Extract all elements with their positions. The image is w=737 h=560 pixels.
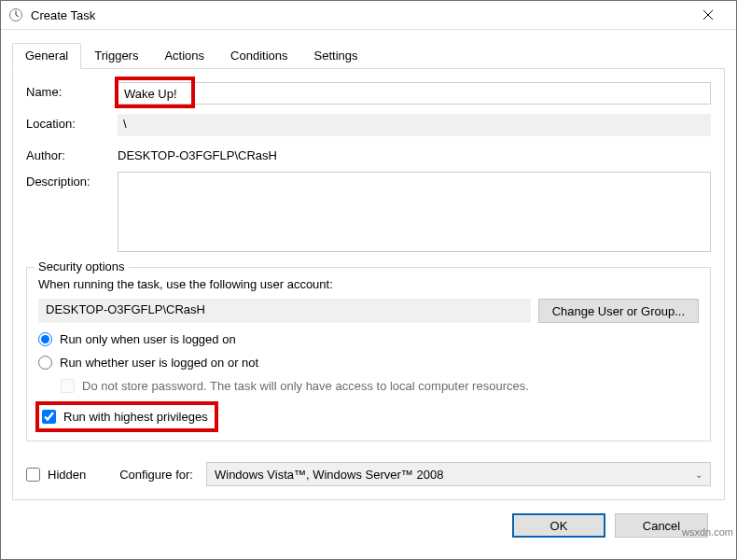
- task-scheduler-icon: [8, 7, 23, 22]
- name-input[interactable]: [118, 82, 711, 105]
- radio-run-logged-on[interactable]: Run only when user is logged on: [38, 332, 699, 346]
- tabstrip: General Triggers Actions Conditions Sett…: [12, 43, 725, 69]
- name-label: Name:: [26, 82, 110, 99]
- description-input[interactable]: [118, 172, 711, 252]
- checkbox-hidden[interactable]: Hidden: [26, 468, 86, 482]
- change-user-button[interactable]: Change User or Group...: [538, 299, 699, 323]
- radio-run-whether-label: Run whether user is logged on or not: [60, 356, 258, 370]
- radio-run-whether[interactable]: Run whether user is logged on or not: [38, 356, 699, 370]
- checkbox-no-store-password: Do not store password. The task will onl…: [61, 379, 699, 393]
- radio-run-logged-on-input[interactable]: [38, 332, 52, 346]
- security-options-group: Security options When running the task, …: [26, 267, 711, 441]
- close-button[interactable]: [688, 1, 729, 29]
- checkbox-hidden-input[interactable]: [26, 468, 40, 482]
- dialog-buttons: OK Cancel: [12, 500, 725, 554]
- radio-run-logged-on-label: Run only when user is logged on: [60, 332, 236, 346]
- watermark: wsxdn.com: [682, 526, 733, 538]
- ok-button[interactable]: OK: [512, 513, 605, 538]
- author-label: Author:: [26, 146, 110, 162]
- author-value: DESKTOP-O3FGFLP\CRasH: [118, 146, 711, 162]
- chevron-down-icon: ⌄: [695, 469, 702, 480]
- checkbox-highest-privileges[interactable]: Run with highest privileges: [38, 404, 216, 429]
- location-label: Location:: [26, 114, 110, 131]
- configure-for-dropdown[interactable]: Windows Vista™, Windows Server™ 2008 ⌄: [206, 462, 711, 486]
- security-prompt: When running the task, use the following…: [38, 277, 699, 291]
- security-account: DESKTOP-O3FGFLP\CRasH: [38, 299, 531, 323]
- location-value: \: [118, 114, 711, 136]
- radio-run-whether-input[interactable]: [38, 356, 52, 370]
- tab-settings[interactable]: Settings: [301, 43, 371, 69]
- description-label: Description:: [26, 172, 110, 189]
- security-legend: Security options: [35, 259, 129, 273]
- create-task-window: Create Task General Triggers Actions Con…: [0, 0, 737, 560]
- tab-conditions[interactable]: Conditions: [217, 43, 300, 69]
- close-icon: [702, 9, 714, 21]
- checkbox-highest-privileges-input[interactable]: [42, 410, 56, 424]
- checkbox-no-store-label: Do not store password. The task will onl…: [82, 379, 529, 393]
- bottom-row: Hidden Configure for: Windows Vista™, Wi…: [26, 462, 711, 486]
- checkbox-highest-privileges-label: Run with highest privileges: [63, 410, 208, 424]
- titlebar: Create Task: [1, 1, 736, 30]
- checkbox-no-store-input: [61, 379, 75, 393]
- tab-triggers[interactable]: Triggers: [81, 43, 151, 69]
- tab-general[interactable]: General: [12, 43, 81, 69]
- dialog-content: General Triggers Actions Conditions Sett…: [1, 30, 736, 560]
- tab-actions[interactable]: Actions: [151, 43, 217, 69]
- checkbox-hidden-label: Hidden: [48, 468, 86, 482]
- configure-for-label: Configure for:: [119, 468, 193, 482]
- configure-for-value: Windows Vista™, Windows Server™ 2008: [215, 468, 443, 482]
- tab-panel-general: Name: Location: \ Author: DESKTOP-O3FGFL…: [12, 68, 725, 500]
- window-title: Create Task: [31, 8, 688, 22]
